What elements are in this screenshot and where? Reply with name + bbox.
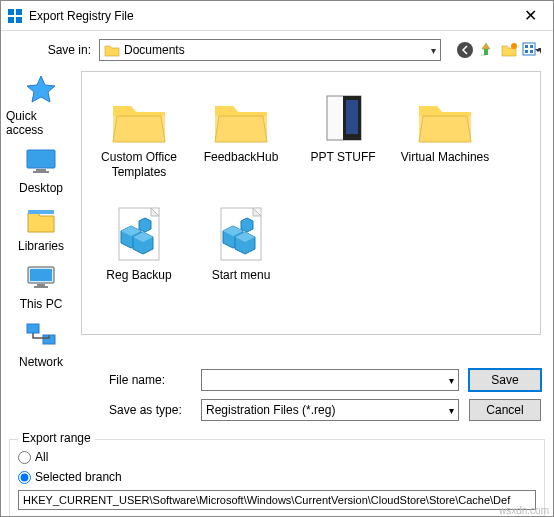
place-network[interactable]: Network bbox=[6, 319, 76, 369]
file-list-pane[interactable]: Custom Office Templates FeedbackHub PPT … bbox=[81, 71, 541, 335]
folder-icon bbox=[413, 82, 477, 146]
svg-point-4 bbox=[457, 42, 473, 58]
svg-point-6 bbox=[511, 43, 517, 49]
savetype-dropdown[interactable]: Registration Files (*.reg) ▾ bbox=[201, 399, 459, 421]
svg-rect-11 bbox=[530, 50, 533, 53]
chevron-down-icon: ▾ bbox=[449, 405, 454, 416]
svg-rect-18 bbox=[30, 269, 52, 281]
view-menu-button[interactable]: ▾ bbox=[521, 40, 541, 60]
export-range-group: Export range All Selected branch bbox=[9, 439, 545, 517]
folder-icon bbox=[107, 82, 171, 146]
places-bar: Quick access Desktop Libraries This PC N… bbox=[1, 69, 81, 369]
folder-icon bbox=[209, 82, 273, 146]
chevron-down-icon: ▾ bbox=[431, 45, 436, 56]
svg-rect-7 bbox=[523, 43, 535, 55]
radio-all[interactable] bbox=[18, 451, 31, 464]
network-icon bbox=[22, 319, 60, 353]
save-button[interactable]: Save bbox=[469, 369, 541, 391]
place-label: Network bbox=[19, 355, 63, 369]
item-label: Virtual Machines bbox=[401, 150, 490, 165]
svg-rect-9 bbox=[530, 45, 533, 48]
pc-icon bbox=[22, 261, 60, 295]
svg-rect-3 bbox=[16, 17, 22, 23]
svg-rect-15 bbox=[33, 171, 49, 173]
item-label: Custom Office Templates bbox=[90, 150, 188, 180]
item-label: Start menu bbox=[212, 268, 271, 283]
save-in-label: Save in: bbox=[1, 43, 99, 57]
place-label: Libraries bbox=[18, 239, 64, 253]
savetype-value: Registration Files (*.reg) bbox=[206, 403, 449, 417]
filename-text[interactable] bbox=[206, 371, 449, 389]
desktop-icon bbox=[22, 145, 60, 179]
svg-rect-25 bbox=[346, 100, 358, 134]
place-label: This PC bbox=[20, 297, 63, 311]
place-label: Quick access bbox=[6, 109, 76, 137]
item-folder[interactable]: Custom Office Templates bbox=[88, 78, 190, 196]
back-button[interactable] bbox=[455, 40, 475, 60]
svg-text:▾: ▾ bbox=[538, 43, 541, 57]
svg-rect-21 bbox=[27, 324, 39, 333]
export-range-legend: Export range bbox=[18, 431, 95, 445]
libraries-icon bbox=[22, 203, 60, 237]
filename-label: File name: bbox=[81, 373, 201, 387]
svg-rect-5 bbox=[484, 49, 488, 55]
cancel-button[interactable]: Cancel bbox=[469, 399, 541, 421]
item-folder[interactable]: FeedbackHub bbox=[190, 78, 292, 196]
svg-rect-8 bbox=[525, 45, 528, 48]
svg-rect-16 bbox=[28, 210, 54, 214]
savetype-label: Save as type: bbox=[81, 403, 201, 417]
svg-rect-14 bbox=[36, 169, 46, 171]
export-all-radio[interactable]: All bbox=[18, 450, 536, 464]
item-folder[interactable]: PPT STUFF bbox=[292, 78, 394, 196]
item-reg-file[interactable]: Start menu bbox=[190, 196, 292, 314]
item-label: PPT STUFF bbox=[310, 150, 375, 165]
up-button[interactable] bbox=[477, 40, 497, 60]
window-title: Export Registry File bbox=[29, 9, 507, 23]
item-folder[interactable]: Virtual Machines bbox=[394, 78, 496, 196]
filename-input[interactable]: ▾ bbox=[201, 369, 459, 391]
reg-file-icon bbox=[107, 200, 171, 264]
save-in-dropdown[interactable]: Documents ▾ bbox=[99, 39, 441, 61]
book-icon bbox=[311, 82, 375, 146]
folder-icon bbox=[104, 43, 120, 57]
new-folder-button[interactable] bbox=[499, 40, 519, 60]
item-label: FeedbackHub bbox=[204, 150, 279, 165]
place-libraries[interactable]: Libraries bbox=[6, 203, 76, 253]
app-icon bbox=[7, 8, 23, 24]
radio-selected[interactable] bbox=[18, 471, 31, 484]
place-quick-access[interactable]: Quick access bbox=[6, 73, 76, 137]
svg-rect-19 bbox=[37, 284, 45, 286]
place-label: Desktop bbox=[19, 181, 63, 195]
place-this-pc[interactable]: This PC bbox=[6, 261, 76, 311]
branch-path-input[interactable] bbox=[18, 490, 536, 510]
reg-file-icon bbox=[209, 200, 273, 264]
close-button[interactable]: ✕ bbox=[507, 1, 553, 31]
svg-rect-20 bbox=[34, 286, 48, 288]
item-label: Reg Backup bbox=[106, 268, 171, 283]
chevron-down-icon[interactable]: ▾ bbox=[449, 375, 454, 386]
save-in-value: Documents bbox=[124, 43, 431, 57]
export-selected-radio[interactable]: Selected branch bbox=[18, 470, 536, 484]
svg-rect-2 bbox=[8, 17, 14, 23]
item-reg-file[interactable]: Reg Backup bbox=[88, 196, 190, 314]
svg-rect-0 bbox=[8, 9, 14, 15]
svg-rect-13 bbox=[27, 150, 55, 168]
star-icon bbox=[22, 73, 60, 107]
watermark: wsxdn.com bbox=[499, 505, 549, 516]
svg-rect-10 bbox=[525, 50, 528, 53]
svg-rect-1 bbox=[16, 9, 22, 15]
place-desktop[interactable]: Desktop bbox=[6, 145, 76, 195]
